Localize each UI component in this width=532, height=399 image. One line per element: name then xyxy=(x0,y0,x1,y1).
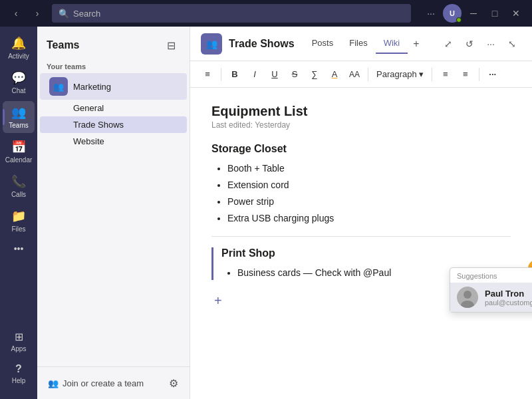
search-placeholder: Search xyxy=(73,9,100,19)
join-create-button[interactable]: 👥 Join or create a team xyxy=(44,376,148,391)
sidebar-item-apps[interactable]: ⊞ Apps xyxy=(3,327,35,356)
tab-wiki[interactable]: Wiki xyxy=(376,34,408,54)
tab-files[interactable]: Files xyxy=(341,34,375,54)
suggestion-email: paul@customguide.com xyxy=(485,299,532,307)
channel-logo: 👥 xyxy=(201,33,222,55)
app-body: 🔔 Activity 💬 Chat 👥 Teams 📅 Calendar 📞 C… xyxy=(0,27,532,399)
sidebar-item-calendar[interactable]: 📅 Calendar xyxy=(3,136,35,168)
highlight-button[interactable]: A xyxy=(325,65,344,84)
sidebar-item-more[interactable]: ••• xyxy=(3,239,35,258)
document-subtitle: Last edited: Yesterday xyxy=(211,120,511,130)
sidebar-item-activity[interactable]: 🔔 Activity xyxy=(3,32,35,64)
strikethrough-button[interactable]: S xyxy=(285,65,304,84)
toolbar-separator-3 xyxy=(432,68,432,81)
join-icon: 👥 xyxy=(48,378,59,388)
search-bar[interactable]: 🔍 Search xyxy=(52,4,411,23)
minimize-button[interactable]: ─ xyxy=(464,4,483,23)
calls-label: Calls xyxy=(11,191,26,198)
calendar-label: Calendar xyxy=(5,156,33,164)
refresh-button[interactable]: ↺ xyxy=(460,35,479,53)
teams-label: Teams xyxy=(9,122,28,129)
add-section-button[interactable]: + xyxy=(211,291,225,311)
paragraph-dropdown[interactable]: Paragraph ▾ xyxy=(372,65,428,84)
search-icon: 🔍 xyxy=(59,9,69,19)
sidebar-item-help[interactable]: ? Help xyxy=(3,359,35,388)
content-divider xyxy=(211,236,511,237)
channel-item-trade-shows[interactable]: Trade Shows xyxy=(40,116,187,133)
window-controls: ··· U ─ □ ✕ xyxy=(422,4,525,23)
maximize-button[interactable]: □ xyxy=(485,4,504,23)
apps-icon: ⊞ xyxy=(15,331,23,343)
teams-filter-button[interactable]: ⊟ xyxy=(162,36,180,55)
underline-button[interactable]: U xyxy=(265,65,284,84)
apps-label: Apps xyxy=(11,345,27,352)
suggestion-item-paul[interactable]: Paul Tron paul@customguide.com xyxy=(450,283,532,312)
header-more-button[interactable]: ··· xyxy=(481,35,500,53)
editor-content[interactable]: Equipment List Last edited: Yesterday St… xyxy=(190,88,532,399)
activity-icon: 🔔 xyxy=(11,36,26,51)
sidebar-item-files[interactable]: 📁 Files xyxy=(3,205,35,237)
toolbar-more-button[interactable]: ··· xyxy=(483,65,502,84)
fontsize-button[interactable]: AA xyxy=(345,65,364,84)
calls-icon: 📞 xyxy=(11,174,26,189)
suggestion-info: Paul Tron paul@customguide.com xyxy=(485,289,532,307)
sidebar-item-chat[interactable]: 💬 Chat xyxy=(3,66,35,98)
suggestions-popup: Suggestions Paul Tron paul@customguide.c… xyxy=(450,267,532,313)
channel-header-actions: ⤢ ↺ ··· ⤡ xyxy=(439,35,521,53)
files-icon: 📁 xyxy=(11,209,26,223)
sidebar-icons: 🔔 Activity 💬 Chat 👥 Teams 📅 Calendar 📞 C… xyxy=(0,27,37,399)
channel-item-general[interactable]: General xyxy=(40,100,187,116)
sidebar-item-calls[interactable]: 📞 Calls xyxy=(3,170,35,202)
nav-buttons: ‹ › xyxy=(7,4,47,23)
more-icon: ••• xyxy=(14,243,24,254)
teams-footer: 👥 Join or create a team ⚙ xyxy=(37,366,190,399)
formula-button[interactable]: ∑ xyxy=(305,65,324,84)
chat-label: Chat xyxy=(11,87,25,94)
toolbar-separator-1 xyxy=(221,68,221,81)
editor-toolbar: ≡ B I U S ∑ A AA Paragraph ▾ ≡ ≡ ··· xyxy=(190,61,532,88)
channel-tabs: Posts Files Wiki + xyxy=(304,34,425,54)
presence-dot xyxy=(456,17,462,23)
channel-header: 👥 Trade Shows Posts Files Wiki + ⤢ ↺ ···… xyxy=(190,27,532,61)
team-icon-marketing: 👥 xyxy=(49,77,68,96)
list-item: Booth + Table xyxy=(227,162,511,176)
svg-point-1 xyxy=(464,291,471,299)
channel-item-website[interactable]: Website xyxy=(40,133,187,150)
popout-button[interactable]: ⤡ xyxy=(503,35,521,53)
calendar-icon: 📅 xyxy=(11,140,26,154)
more-options-button[interactable]: ··· xyxy=(422,4,440,23)
teams-panel: Teams ⊟ Your teams 👥 Marketing ··· Gener… xyxy=(37,27,190,399)
back-button[interactable]: ‹ xyxy=(7,4,25,23)
list-item: Power strip xyxy=(227,195,511,209)
sidebar-bottom: ⊞ Apps ? Help xyxy=(3,327,35,394)
help-label: Help xyxy=(12,377,26,384)
main-content: 👥 Trade Shows Posts Files Wiki + ⤢ ↺ ···… xyxy=(190,27,532,399)
chat-icon: 💬 xyxy=(11,70,26,85)
channel-name: Trade Shows xyxy=(229,38,295,50)
teams-settings-button[interactable]: ⚙ xyxy=(164,374,183,392)
numbering-button[interactable]: ≡ xyxy=(456,65,475,84)
avatar[interactable]: U xyxy=(443,4,462,23)
section-heading-storage: Storage Closet xyxy=(211,143,511,155)
section-heading-printshop: Print Shop xyxy=(221,247,511,259)
add-tab-button[interactable]: + xyxy=(408,34,424,54)
title-bar: ‹ › 🔍 Search ··· U ─ □ ✕ xyxy=(0,0,532,27)
team-name-marketing: Marketing xyxy=(73,82,164,92)
team-item-marketing[interactable]: 👥 Marketing ··· xyxy=(40,73,187,100)
paragraph-chevron: ▾ xyxy=(419,69,424,79)
italic-button[interactable]: I xyxy=(245,65,264,84)
teams-panel-title: Teams xyxy=(47,39,80,51)
sidebar-item-teams[interactable]: 👥 Teams xyxy=(3,101,35,133)
bullets-button[interactable]: ≡ xyxy=(436,65,455,84)
forward-button[interactable]: › xyxy=(28,4,47,23)
files-label: Files xyxy=(11,225,25,233)
bold-button[interactable]: B xyxy=(225,65,244,84)
help-icon: ? xyxy=(15,363,22,375)
suggestion-avatar xyxy=(457,287,478,308)
tab-posts[interactable]: Posts xyxy=(304,34,342,54)
teams-icon: 👥 xyxy=(11,105,26,120)
close-button[interactable]: ✕ xyxy=(507,4,525,23)
expand-button[interactable]: ⤢ xyxy=(439,35,458,53)
teams-header: Teams ⊟ xyxy=(37,27,190,60)
align-button[interactable]: ≡ xyxy=(198,65,217,84)
